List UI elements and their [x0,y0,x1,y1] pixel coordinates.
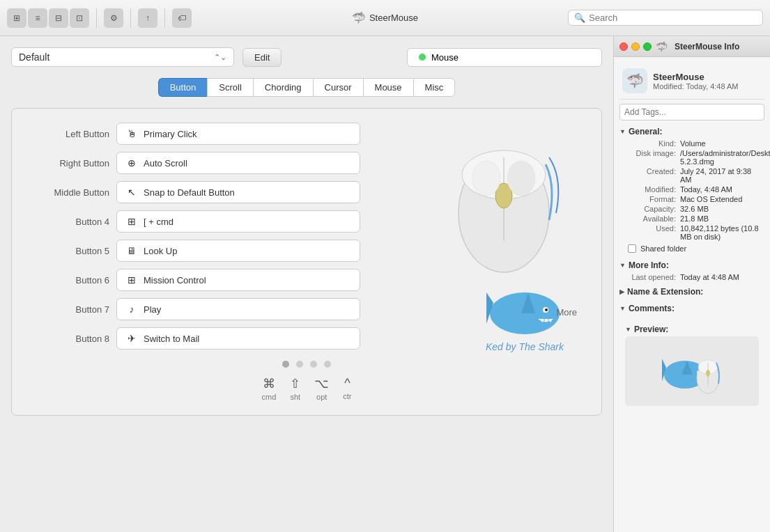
general-label: General: [629,127,663,136]
button-value[interactable]: 🖥Look Up [116,240,360,262]
toolbar-sep-2 [130,8,131,28]
profile-chevron-icon: ⌃⌄ [214,53,226,62]
page-dot-2[interactable] [310,361,317,368]
used-key: Used: [628,224,680,241]
created-row: Created: July 24, 2017 at 9:38 AM [619,166,764,185]
button-value[interactable]: ↖Snap to Default Button [116,181,360,203]
button-action-label: Snap to Default Button [144,187,235,198]
pagination-dots [33,361,580,368]
grid-icon[interactable]: ⊞ [7,8,26,28]
button-label: Middle Button [33,187,109,198]
minimize-window-button[interactable] [631,42,640,51]
cmd-key[interactable]: ⌘ cmd [261,376,276,401]
tab-button[interactable]: Button [158,78,208,97]
kind-row: Kind: Volume [619,139,764,148]
info-window: 🦈 SteerMouse Info 🦈 SteerMouse Modified:… [613,36,770,532]
app-modified: Modified: Today, 4:48 AM [653,82,739,91]
app-icon-large: 🦈 [622,68,647,93]
button-value[interactable]: ♪Play [116,298,360,320]
toolbar-sep-3 [164,8,165,28]
preview-header[interactable]: ▼ Preview: [625,322,759,336]
format-row: Format: Mac OS Extended [619,194,764,204]
button-label: Button 7 [33,304,109,315]
disk-image-val: /Users/administrator/Desktop/SteerMouse … [680,149,770,166]
more-info-section: ▼ More Info: Last opened: Today at 4:48 … [619,258,764,282]
shared-folder-row: Shared folder [619,242,764,256]
info-content[interactable]: 🦈 SteerMouse Modified: Today, 4:48 AM ▼ … [614,57,770,532]
modified-key: Modified: [628,185,680,194]
tags-input[interactable] [619,104,764,120]
profile-select[interactable]: Default ⌃⌄ [11,47,234,67]
button-value[interactable]: ⊞Mission Control [116,269,360,291]
shared-folder-checkbox[interactable] [628,244,636,253]
button-action-label: Switch to Mail [144,334,199,344]
general-section-header[interactable]: ▼ General: [619,125,764,139]
last-opened-key: Last opened: [628,273,680,281]
mouse-label: Mouse [431,52,459,63]
button-label: Button 4 [33,217,109,227]
svg-point-10 [545,308,548,311]
comments-header[interactable]: ▼ Comments: [619,302,764,315]
search-bar[interactable]: 🔍 [568,10,763,26]
tab-mouse[interactable]: Mouse [363,78,413,97]
connection-status-dot [419,54,426,61]
mouse-indicator: Mouse [407,48,602,67]
name-ext-header[interactable]: ▶ Name & Extension: [619,285,764,299]
list-icon[interactable]: ≡ [28,8,47,28]
preview-svg [661,343,723,399]
tab-misc[interactable]: Misc [413,78,456,97]
traffic-lights [619,42,652,51]
last-opened-row: Last opened: Today at 4:48 AM [619,272,764,282]
close-window-button[interactable] [619,42,628,51]
sht-key[interactable]: ⇧ sht [290,376,300,401]
toolbar-view-icons: ⊞ ≡ ⊟ ⊡ [7,8,89,28]
app-name: SteerMouse [653,72,739,82]
button-label: Button 8 [33,334,109,344]
share-icon[interactable]: ↑ [138,8,157,28]
capacity-key: Capacity: [628,205,680,213]
zoom-window-button[interactable] [643,42,652,51]
modified-row: Modified: Today, 4:48 AM [619,185,764,194]
page-dot-1[interactable] [296,361,303,368]
edit-button[interactable]: Edit [242,48,282,67]
info-title-bar: 🦈 SteerMouse Info [614,36,770,57]
shark-svg [483,272,567,341]
tab-cursor[interactable]: Cursor [313,78,363,97]
button-action-label: Mission Control [144,275,206,285]
opt-key[interactable]: ⌥ opt [314,376,329,401]
capacity-row: Capacity: 32.6 MB [619,204,764,214]
button-action-icon: ⊞ [125,274,138,286]
shark-text: Ked by The Shark [486,341,564,352]
film-icon[interactable]: ⊡ [70,8,89,28]
tag-icon[interactable]: 🏷 [172,8,192,28]
button-value[interactable]: ✈Switch to Mail [116,327,360,350]
page-dot-3[interactable] [324,361,331,368]
tab-chording[interactable]: Chording [253,78,313,97]
preview-triangle-icon: ▼ [625,326,631,333]
toolbar-sep-1 [96,8,97,28]
available-key: Available: [628,214,680,223]
action-icon[interactable]: ⚙ [104,8,123,28]
ctr-key[interactable]: ^ ctr [343,376,351,401]
name-ext-section: ▶ Name & Extension: [619,285,764,299]
more-info-triangle-icon: ▼ [619,262,626,269]
button-value[interactable]: ⊕Auto Scroll [116,152,360,174]
button-value[interactable]: 🖱Primary Click [116,123,360,145]
window-title: 🦈 SteerMouse [352,11,418,24]
left-panel: Default ⌃⌄ Edit Mouse Button Scroll Chor… [0,36,613,532]
page-dot-0[interactable] [282,361,289,368]
cmd-label: cmd [261,393,276,401]
disk-image-key: Disk image: [628,149,680,166]
svg-point-5 [507,161,535,196]
search-input[interactable] [589,13,757,23]
comments-label: Comments: [629,304,675,313]
app-details: SteerMouse Modified: Today, 4:48 AM [653,72,739,91]
button-value[interactable]: ⊞[ + cmd [116,210,360,233]
format-val: Mac OS Extended [680,195,764,203]
columns-icon[interactable]: ⊟ [49,8,68,28]
name-ext-triangle-icon: ▶ [619,288,624,295]
kind-key: Kind: [628,139,680,148]
more-info-header[interactable]: ▼ More Info: [619,258,764,272]
button-action-icon: ✈ [125,332,138,345]
tab-scroll[interactable]: Scroll [207,78,253,97]
